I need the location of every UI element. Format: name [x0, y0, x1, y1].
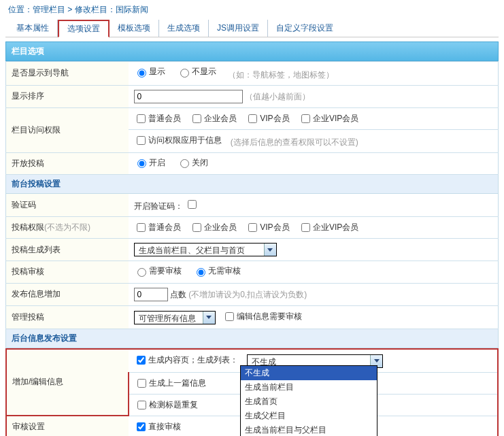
nav-hint: （如：导航标签，地图标签） — [228, 70, 334, 80]
chk-perm-corpvip[interactable]: 企业VIP会员 — [299, 112, 358, 125]
chk-perm-normal[interactable]: 普通会员 — [134, 112, 181, 125]
chk-captcha[interactable] — [188, 200, 197, 209]
row-post-label: 开放投稿 — [6, 152, 129, 175]
tabs: 基本属性 选项设置 模板选项 生成选项 JS调用设置 自定义字段设置 — [5, 20, 499, 37]
chk-pperm-vip[interactable]: VIP会员 — [246, 221, 289, 234]
section-backend-pub: 后台信息发布设置 — [5, 329, 499, 348]
breadcrumb: 位置：管理栏目 > 修改栏目：国际新闻 — [5, 3, 499, 20]
radio-audit-need[interactable]: 需要审核 — [134, 265, 182, 277]
chk-gen-content[interactable]: 生成内容页；生成列表： — [134, 354, 238, 367]
dropdown-opt-1[interactable]: 生成当前栏目 — [241, 380, 377, 395]
tab-custom[interactable]: 自定义字段设置 — [268, 20, 341, 37]
breadcrumb-link-1[interactable]: 管理栏目 — [33, 5, 65, 14]
select-manage[interactable]: 可管理所有信息 — [134, 311, 216, 324]
chk-check-title[interactable]: 检测标题重复 — [135, 399, 198, 412]
chk-perm-apply[interactable]: 访问权限应用于信息 — [134, 134, 222, 147]
tab-generate[interactable]: 生成选项 — [159, 20, 209, 37]
pub-points-input[interactable] — [134, 288, 168, 301]
row-genlist-label: 投稿生成列表 — [6, 239, 129, 261]
chk-perm-corp[interactable]: 企业会员 — [190, 112, 237, 125]
dropdown-genlist-popup: 不生成 生成当前栏目 生成首页 生成父栏目 生成当前栏目与父栏目 生成父栏目与首… — [240, 365, 377, 437]
pub-hint: (不增加请设为0,扣点请设为负数) — [188, 290, 307, 299]
select-genlist[interactable]: 生成当前栏目、父栏目与首页 — [134, 243, 277, 256]
row-captcha-label: 验证码 — [6, 194, 129, 217]
row-pperm-label: 投稿权限(不选为不限) — [6, 217, 129, 239]
chevron-down-icon — [264, 244, 276, 256]
perm-hint: (选择后信息的查看权限可以不设置) — [231, 137, 358, 147]
radio-post-close[interactable]: 关闭 — [177, 157, 208, 169]
row-audit2-label: 审核设置 — [6, 416, 129, 436]
row-nav-label: 是否显示到导航 — [6, 62, 129, 86]
chevron-down-icon — [203, 312, 215, 324]
row-pub-label: 发布信息增加 — [6, 283, 129, 305]
radio-nav-hide[interactable]: 不显示 — [177, 66, 216, 78]
row-order-label: 显示排序 — [6, 85, 129, 107]
chk-direct-audit[interactable]: 直接审核 — [134, 420, 181, 433]
row-audit-label: 投稿审核 — [6, 261, 129, 284]
dropdown-opt-4[interactable]: 生成当前栏目与父栏目 — [241, 423, 377, 437]
chk-pperm-corpvip[interactable]: 企业VIP会员 — [299, 221, 358, 234]
tab-js[interactable]: JS调用设置 — [209, 20, 268, 37]
section-column-options: 栏目选项 — [5, 41, 499, 61]
section-frontend-post: 前台投稿设置 — [5, 175, 499, 194]
radio-post-open[interactable]: 开启 — [134, 157, 165, 169]
dropdown-opt-2[interactable]: 生成首页 — [241, 395, 377, 409]
dropdown-opt-0[interactable]: 不生成 — [241, 366, 377, 380]
tab-options[interactable]: 选项设置 — [58, 20, 110, 37]
row-edit-label: 增加/编辑信息 — [6, 349, 129, 416]
row-manage-label: 管理投稿 — [6, 305, 129, 329]
breadcrumb-link-2[interactable]: 修改栏目：国际新闻 — [75, 5, 148, 14]
dropdown-opt-3[interactable]: 生成父栏目 — [241, 409, 377, 423]
radio-audit-noneed[interactable]: 无需审核 — [193, 265, 241, 277]
order-input[interactable] — [134, 90, 243, 103]
chk-pperm-normal[interactable]: 普通会员 — [134, 221, 181, 234]
tab-basic[interactable]: 基本属性 — [8, 20, 58, 37]
chk-pperm-corp[interactable]: 企业会员 — [190, 221, 237, 234]
radio-nav-show[interactable]: 显示 — [134, 66, 165, 78]
row-perm-label: 栏目访问权限 — [6, 107, 129, 152]
chk-perm-vip[interactable]: VIP会员 — [246, 112, 289, 125]
order-hint: （值越小越前面） — [245, 92, 310, 101]
breadcrumb-label: 位置： — [8, 5, 33, 14]
chk-gen-prev[interactable]: 生成上一篇信息 — [135, 377, 206, 390]
tab-template[interactable]: 模板选项 — [110, 20, 159, 37]
chk-edit-audit[interactable]: 编辑信息需要审核 — [222, 310, 302, 323]
